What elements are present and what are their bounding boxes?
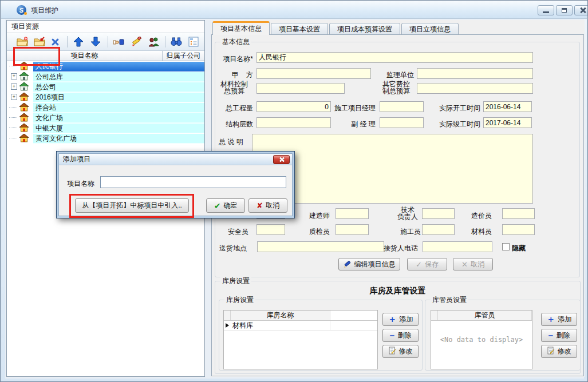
tree-expander-icon[interactable]: + — [11, 83, 17, 90]
rooms-table-row[interactable]: 材料库 — [224, 321, 377, 331]
plus-icon: ＋ — [547, 314, 555, 325]
import-from-bid-button[interactable]: 从【项目开拓】中标项目中引入.. — [75, 198, 189, 213]
keepers-add-button[interactable]: ＋添加 — [541, 313, 577, 326]
quality-inspector-field[interactable] — [336, 224, 369, 235]
tree-expander-icon[interactable]: + — [11, 94, 17, 100]
party-a-field[interactable] — [256, 68, 371, 79]
other-budget-field[interactable] — [417, 83, 533, 94]
tree-item-label[interactable]: 拌合站 — [33, 103, 204, 113]
actual-finish-field[interactable] — [483, 117, 532, 128]
project-name-label: 项目名称* — [218, 55, 253, 63]
safety-officer-field[interactable] — [256, 224, 285, 235]
restore-button[interactable] — [556, 5, 573, 15]
import-folder-icon[interactable] — [33, 35, 46, 49]
minimize-button[interactable] — [538, 5, 554, 15]
material-clerk-label: 材料员 — [457, 228, 492, 236]
rooms-column-header[interactable]: 库房名称 — [231, 311, 330, 320]
toolbar-separator — [67, 36, 68, 47]
dialog-ok-button[interactable]: ✔ 确定 — [206, 198, 245, 213]
material-budget-field[interactable] — [256, 83, 345, 94]
tree-item[interactable]: + 2016项目 — [7, 92, 204, 102]
keepers-remove-button[interactable]: −删除 — [541, 329, 577, 342]
tab-basic-info[interactable]: 项目基本信息 — [212, 21, 270, 35]
site-pm-label: 施工项目经理 — [333, 104, 376, 112]
tree-item[interactable]: 黄河文化广场 — [7, 133, 204, 144]
column-header-project-name[interactable]: 项目名称 — [7, 51, 163, 61]
keepers-modify-button[interactable]: 修改 — [541, 345, 577, 358]
tab-cost-budget-settings[interactable]: 项目成本预算设置 — [329, 23, 400, 35]
construction-worker-label: 施工员 — [400, 228, 420, 236]
tree-line — [9, 138, 17, 138]
cancel-button[interactable]: ✕ 取消 — [453, 258, 493, 270]
tree-toolbar — [7, 33, 204, 51]
tree-item-label[interactable]: 公司总库 — [33, 72, 204, 82]
rooms-table-header: 库房名称 — [224, 311, 377, 321]
save-button[interactable]: ✓ 保存 — [407, 258, 447, 270]
tree-item-label[interactable]: 人民银行 — [33, 62, 204, 71]
tree-item[interactable]: 人民银行 — [7, 61, 204, 71]
site-pm-field[interactable] — [380, 101, 424, 112]
tech-lead-field[interactable] — [422, 208, 455, 219]
material-clerk-field[interactable] — [502, 224, 535, 235]
builder-label: 建造师 — [295, 212, 330, 220]
tree-item-label[interactable]: 总公司 — [33, 82, 204, 92]
tree-item[interactable]: 拌合站 — [7, 102, 204, 113]
search-binoculars-icon[interactable] — [169, 35, 183, 49]
supervisor-field[interactable] — [417, 68, 533, 79]
users-icon[interactable] — [147, 35, 160, 49]
receiver-phone-field[interactable] — [423, 241, 492, 252]
move-down-icon[interactable] — [89, 35, 102, 49]
new-folder-icon[interactable] — [16, 35, 29, 49]
edit-pencil-icon[interactable] — [129, 35, 143, 49]
tree-item[interactable]: + 总公司 — [7, 82, 204, 92]
hide-checkbox[interactable] — [502, 243, 510, 250]
house-green-icon — [19, 82, 29, 91]
deputy-manager-field[interactable] — [380, 117, 424, 128]
column-header-subsidiary[interactable]: 归属子公司 — [163, 51, 204, 61]
delivery-place-field[interactable] — [257, 241, 384, 252]
tab-basic-settings[interactable]: 项目基本设置 — [271, 23, 328, 35]
total-quantity-field[interactable] — [256, 101, 331, 112]
rooms-remove-button[interactable]: −删除 — [382, 329, 419, 342]
tree-item-label[interactable]: 2016项目 — [33, 93, 204, 102]
tab-approval-info[interactable]: 项目立项信息 — [401, 23, 459, 35]
tree-item[interactable]: 文化广场 — [7, 113, 204, 123]
row-indicator-column — [431, 311, 438, 320]
floors-field[interactable] — [256, 117, 331, 128]
actual-start-field[interactable] — [483, 101, 532, 112]
dialog-cancel-button[interactable]: ✘ 取消 — [248, 198, 287, 213]
window-title: 项目维护 — [31, 6, 58, 15]
dialog-title-bar: 添加项目 — [59, 154, 292, 165]
tree-item[interactable]: 中银大厦 — [7, 123, 204, 133]
dialog-close-button[interactable] — [273, 155, 290, 164]
keepers-group-title: 库管员设置 — [431, 296, 468, 304]
house-icon — [19, 113, 29, 122]
keepers-table: 库管员 <No data to display> — [431, 310, 532, 369]
builder-field[interactable] — [336, 208, 369, 219]
close-button[interactable] — [574, 5, 588, 15]
column-settings-icon[interactable] — [187, 35, 200, 49]
construction-worker-field[interactable] — [422, 224, 455, 235]
receiver-phone-label: 接货人电话 — [382, 244, 418, 252]
tree-item-label[interactable]: 黄河文化广场 — [33, 134, 204, 144]
dialog-project-name-input[interactable] — [100, 176, 286, 188]
cost-estimator-field[interactable] — [502, 208, 535, 219]
keepers-column-header[interactable]: 库管员 — [438, 311, 532, 320]
tree-item[interactable]: + 公司总库 — [7, 71, 204, 82]
no-data-text: <No data to display> — [431, 336, 532, 344]
total-quantity-label: 总工程量 — [218, 104, 253, 112]
delivery-place-label: 送货地点 — [214, 244, 247, 252]
tree-item-label[interactable]: 中银大厦 — [33, 124, 204, 133]
assign-hand-icon[interactable] — [112, 35, 125, 49]
rooms-add-button[interactable]: ＋添加 — [382, 313, 419, 326]
tree-expander-icon[interactable]: + — [11, 73, 17, 79]
deputy-manager-label: 副 经 理 — [333, 120, 376, 128]
delete-icon[interactable] — [51, 35, 61, 49]
tree-item-label[interactable]: 文化广场 — [33, 113, 204, 123]
edit-project-button[interactable]: 编辑项目信息 — [338, 258, 400, 270]
rooms-modify-button[interactable]: 修改 — [382, 345, 419, 358]
house-green-icon — [19, 72, 29, 81]
room-name-cell[interactable]: 材料库 — [231, 321, 330, 330]
move-up-icon[interactable] — [72, 35, 85, 49]
project-name-field[interactable] — [256, 52, 533, 63]
